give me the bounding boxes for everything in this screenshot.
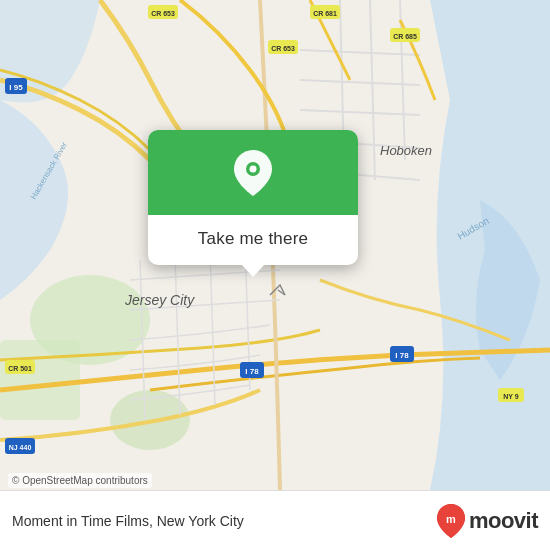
- svg-text:m: m: [446, 513, 456, 525]
- moovit-brand-text: moovit: [469, 508, 538, 534]
- svg-text:I 78: I 78: [245, 367, 259, 376]
- svg-text:Hoboken: Hoboken: [380, 143, 432, 158]
- svg-text:I 95: I 95: [9, 83, 23, 92]
- svg-text:NY 9: NY 9: [503, 393, 519, 400]
- bottom-bar: Moment in Time Films, New York City m mo…: [0, 490, 550, 550]
- svg-rect-2: [0, 340, 80, 420]
- svg-text:I 78: I 78: [395, 351, 409, 360]
- take-me-there-button[interactable]: Take me there: [164, 225, 342, 253]
- location-title: Moment in Time Films, New York City: [12, 513, 437, 529]
- map-attribution: © OpenStreetMap contributors: [8, 473, 152, 488]
- moovit-logo: m moovit: [437, 504, 538, 538]
- popup-button-area: Take me there: [148, 215, 358, 265]
- moovit-pin-icon: m: [437, 504, 465, 538]
- svg-text:CR 653: CR 653: [151, 10, 175, 17]
- location-popup: Take me there: [148, 130, 358, 265]
- svg-text:CR 685: CR 685: [393, 33, 417, 40]
- location-pin-icon: [231, 151, 275, 195]
- svg-text:CR 653: CR 653: [271, 45, 295, 52]
- svg-text:NJ 440: NJ 440: [9, 444, 32, 451]
- popup-header: [148, 130, 358, 215]
- svg-text:CR 681: CR 681: [313, 10, 337, 17]
- svg-text:Jersey City: Jersey City: [124, 292, 195, 308]
- svg-point-29: [250, 165, 257, 172]
- svg-text:CR 501: CR 501: [8, 365, 32, 372]
